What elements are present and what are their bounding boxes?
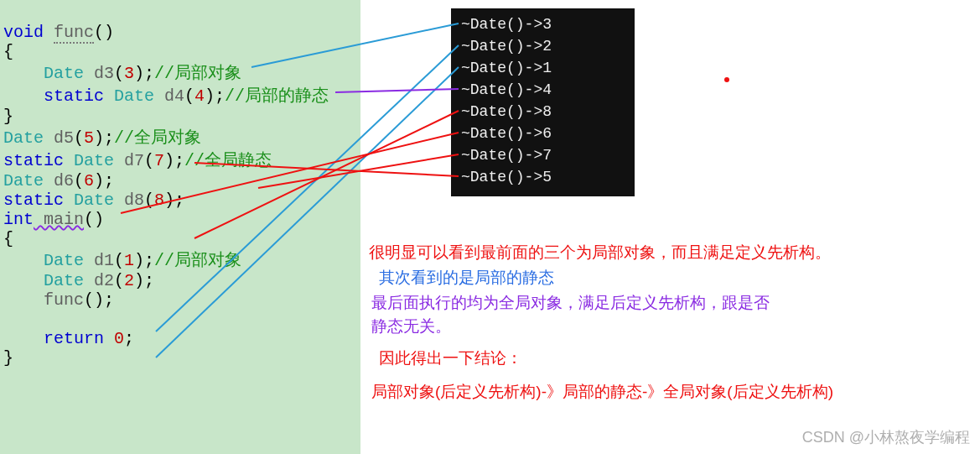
code-token: );	[94, 171, 114, 190]
code-token: Date	[114, 86, 154, 106]
console-line: ~Date()->7	[461, 144, 625, 166]
code-token: func	[44, 290, 84, 310]
code-token: Date	[3, 171, 44, 190]
code-token: {	[3, 42, 13, 61]
code-token: (	[144, 190, 154, 210]
console-line: ~Date()->4	[461, 79, 625, 101]
red-dot-icon	[724, 77, 729, 82]
code-token	[3, 64, 44, 83]
console-line: ~Date()->2	[461, 35, 625, 57]
code-token: (	[114, 64, 124, 83]
code-token: 8	[154, 190, 164, 210]
console-line: ~Date()->3	[461, 13, 625, 35]
code-token: (	[114, 251, 124, 270]
code-token: );	[134, 251, 154, 270]
code-token: (	[74, 128, 84, 148]
code-token	[3, 329, 44, 348]
note-blue: 其次看到的是局部的静态	[379, 267, 554, 289]
console-line: ~Date()->6	[461, 123, 625, 144]
code-token	[3, 271, 44, 290]
code-token: {	[3, 229, 13, 248]
code-token: );	[134, 64, 154, 83]
code-token: );	[164, 151, 184, 170]
console-output: ~Date()->3 ~Date()->2 ~Date()->1 ~Date()…	[451, 8, 635, 196]
code-token: func	[54, 23, 94, 44]
code-token: 2	[124, 271, 134, 290]
code-token: d8	[114, 190, 144, 210]
code-token: main	[34, 210, 84, 229]
code-token: ;	[124, 329, 134, 348]
code-token: 7	[154, 151, 164, 170]
code-token: void	[3, 23, 44, 42]
code-comment: //局部的静态	[225, 86, 329, 106]
note-purple-2: 静态无关。	[371, 316, 451, 337]
code-token: d2	[84, 271, 114, 290]
code-token: );	[164, 190, 184, 210]
code-token: 6	[84, 171, 94, 190]
code-token: 1	[124, 251, 134, 270]
code-token: ();	[84, 290, 114, 310]
code-comment: //全局静态	[184, 151, 272, 170]
code-token: (	[74, 171, 84, 190]
note-purple-1: 最后面执行的均为全局对象，满足后定义先析构，跟是否	[371, 292, 770, 314]
code-token: d5	[44, 128, 74, 148]
code-token: 5	[84, 128, 94, 148]
code-token	[3, 86, 44, 106]
code-token	[3, 251, 44, 270]
code-panel: void func() { Date d3(3);//局部对象 static D…	[0, 0, 360, 454]
console-line: ~Date()->1	[461, 57, 625, 79]
code-token: (	[114, 271, 124, 290]
code-token: );	[94, 128, 114, 148]
code-token: d3	[84, 64, 114, 83]
code-comment: //局部对象	[154, 251, 241, 270]
note-conclusion-body: 局部对象(后定义先析构)-》局部的静态-》全局对象(后定义先析构)	[371, 381, 833, 403]
code-token: static	[44, 86, 114, 106]
code-comment: //全局对象	[114, 128, 201, 148]
code-token: );	[205, 86, 225, 106]
code-token: Date	[44, 251, 84, 270]
console-line: ~Date()->5	[461, 166, 625, 188]
code-token: Date	[3, 128, 44, 148]
code-token: Date	[44, 64, 84, 83]
code-token: Date	[74, 190, 114, 210]
code-token: static	[3, 151, 74, 170]
code-token: (	[184, 86, 194, 106]
code-token: 0	[114, 329, 124, 348]
code-token: Date	[74, 151, 114, 170]
code-token: static	[3, 190, 74, 210]
code-comment: //局部对象	[154, 64, 241, 83]
code-token: 3	[124, 64, 134, 83]
code-token: 4	[194, 86, 205, 106]
code-token: return	[44, 329, 114, 348]
note-conclusion-title: 因此得出一下结论：	[379, 347, 522, 369]
code-token: ()	[84, 210, 104, 229]
code-token: ()	[94, 23, 114, 42]
code-token: d1	[84, 251, 114, 270]
code-token	[3, 290, 44, 310]
code-token: }	[3, 107, 13, 126]
note-red-1: 很明显可以看到最前面的三个为局部对象，而且满足定义先析构。	[369, 242, 972, 264]
console-line: ~Date()->8	[461, 101, 625, 123]
code-token: (	[144, 151, 154, 170]
code-token: int	[3, 210, 34, 229]
code-token: d7	[114, 151, 144, 170]
code-token: Date	[44, 271, 84, 290]
code-token: );	[134, 271, 154, 290]
code-token: d4	[154, 86, 184, 106]
watermark: CSDN @小林熬夜学编程	[802, 427, 970, 447]
code-token: }	[3, 348, 13, 368]
code-token: d6	[44, 171, 74, 190]
